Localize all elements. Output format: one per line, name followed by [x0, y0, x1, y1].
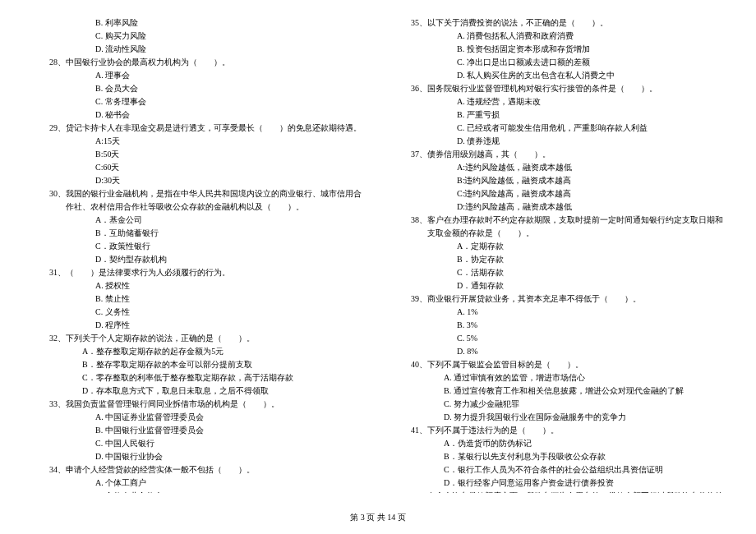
option: A. 个体工商户 — [33, 476, 362, 490]
option: C. 义务性 — [33, 306, 362, 319]
option: B．协定存款 — [394, 253, 723, 266]
option: B. 严重亏损 — [394, 108, 723, 122]
option: C. 购买力风险 — [33, 30, 362, 43]
option: C．零存整取的利率低于整存整取定期存款，高于活期存款 — [33, 371, 362, 384]
option: B. 利率风险 — [33, 16, 362, 30]
option: B. 3% — [394, 319, 723, 332]
question-40-stem: 40、下列不属于银监会监管目标的是（ ）。 — [411, 358, 723, 371]
option: D. 债券违规 — [394, 135, 723, 148]
question-39-stem: 39、商业银行开展贷款业务，其资本充足率不得低于（ ）。 — [411, 292, 723, 306]
question-41-stem: 41、下列不属于违法行为的是（ ）。 — [411, 424, 723, 437]
option: C. 努力减少金融犯罪 — [394, 398, 723, 411]
option: D. 流动性风险 — [33, 43, 362, 56]
option: C．政策性银行 — [33, 240, 362, 253]
question-38-stem: 38、客户在办理存款时不约定存款期限，支取时提前一定时间通知银行约定支取日期和支… — [411, 214, 723, 240]
option: A．基金公司 — [33, 214, 362, 227]
question-36-stem: 36、国务院银行业监督管理机构对银行实行接管的条件是（ ）。 — [411, 82, 723, 95]
option: A．伪造货币的防伪标记 — [394, 437, 723, 450]
option: B. 合伙企业合伙人 — [33, 490, 362, 493]
option: B. 会员大会 — [33, 82, 362, 95]
left-column: B. 利率风险 C. 购买力风险 D. 流动性风险 28、中国银行业协会的最高权… — [33, 16, 362, 493]
option: A. 违规经营，遇期未改 — [394, 95, 723, 108]
option: A:15天 — [33, 135, 362, 148]
option: D. 中国银行业协会 — [33, 450, 362, 463]
right-column: 35、以下关于消费投资的说法，不正确的是（ ）。 A. 消费包括私人消费和政府消… — [394, 16, 723, 493]
question-35-stem: 35、以下关于消费投资的说法，不正确的是（ ）。 — [411, 16, 723, 30]
option: A. 授权性 — [33, 279, 362, 292]
question-34-stem: 34、申请个人经营贷款的经营实体一般不包括（ ）。 — [49, 463, 362, 476]
option: B. 投资包括固定资本形成和存货增加 — [394, 43, 723, 56]
option: B:50天 — [33, 148, 362, 161]
option: D．存本取息方式下，取息日未取息，之后不得领取 — [33, 384, 362, 398]
question-42-stem: 42、在个人汽车贷款额度方面，所购车辆为自用车的，贷款金额不超过所购汽车价格的（… — [411, 490, 723, 493]
option: C. 5% — [394, 332, 723, 345]
option: D. 8% — [394, 345, 723, 358]
option: D．通知存款 — [394, 279, 723, 292]
question-30-stem: 30、我国的银行业金融机构，是指在中华人民共和国境内设立的商业银行、城市信用合作… — [49, 187, 362, 214]
two-column-layout: B. 利率风险 C. 购买力风险 D. 流动性风险 28、中国银行业协会的最高权… — [33, 16, 723, 493]
question-28-stem: 28、中国银行业协会的最高权力机构为（ ）。 — [49, 56, 362, 69]
option: A:违约风险越低，融资成本越低 — [394, 161, 723, 174]
option: A. 1% — [394, 306, 723, 319]
option: D:30天 — [33, 174, 362, 187]
option: D．银行经客户同意运用客户资金进行债券投资 — [394, 476, 723, 490]
option: C:违约风险越高，融资成本越高 — [394, 187, 723, 200]
option: D:违约风险越高，融资成本越低 — [394, 200, 723, 214]
option: C:60天 — [33, 161, 362, 174]
option: D. 程序性 — [33, 319, 362, 332]
option: B. 禁止性 — [33, 292, 362, 306]
question-32-stem: 32、下列关于个人定期存款的说法，正确的是（ ）。 — [49, 332, 362, 345]
page-footer: 第 3 页 共 14 页 — [0, 511, 756, 524]
option: B．互助储蓄银行 — [33, 227, 362, 240]
question-31-stem: 31、（ ）是法律要求行为人必须履行的行为。 — [49, 266, 362, 279]
option: A. 通过审慎有效的监管，增进市场信心 — [394, 371, 723, 384]
option: D. 努力提升我国银行业在国际金融服务中的竞争力 — [394, 411, 723, 424]
option: A．整存整取定期存款的起存金额为5元 — [33, 345, 362, 358]
option: A．定期存款 — [394, 240, 723, 253]
option: B:违约风险越低，融资成本越高 — [394, 174, 723, 187]
option: C. 已经或者可能发生信用危机，严重影响存款人利益 — [394, 122, 723, 135]
option: A. 消费包括私人消费和政府消费 — [394, 30, 723, 43]
question-29-stem: 29、贷记卡持卡人在非现金交易是进行透支，可享受最长（ ）的免息还款期待遇。 — [49, 122, 362, 135]
option: B．某银行以先支付利息为手段吸收公众存款 — [394, 450, 723, 463]
option: D．契约型存款机构 — [33, 253, 362, 266]
option: C．银行工作人员为不符合条件的社会公益组织出具资信证明 — [394, 463, 723, 476]
question-33-stem: 33、我国负责监督管理银行间同业拆借市场的机构是（ ）。 — [49, 398, 362, 411]
option: A. 中国证券业监督管理委员会 — [33, 411, 362, 424]
option: C. 中国人民银行 — [33, 437, 362, 450]
option: C. 常务理事会 — [33, 95, 362, 108]
option: A. 理事会 — [33, 69, 362, 82]
option: D. 私人购买住房的支出包含在私人消费之中 — [394, 69, 723, 82]
option: B．整存零取定期存款的本金可以部分提前支取 — [33, 358, 362, 371]
option: C．活期存款 — [394, 266, 723, 279]
option: B. 中国银行业监督管理委员会 — [33, 424, 362, 437]
option: D. 秘书会 — [33, 108, 362, 122]
option: B. 通过宣传教育工作和相关信息披露，增进公众对现代金融的了解 — [394, 384, 723, 398]
question-37-stem: 37、债券信用级别越高，其（ ）。 — [411, 148, 723, 161]
option: C. 净出口是出口额减去进口额的差额 — [394, 56, 723, 69]
